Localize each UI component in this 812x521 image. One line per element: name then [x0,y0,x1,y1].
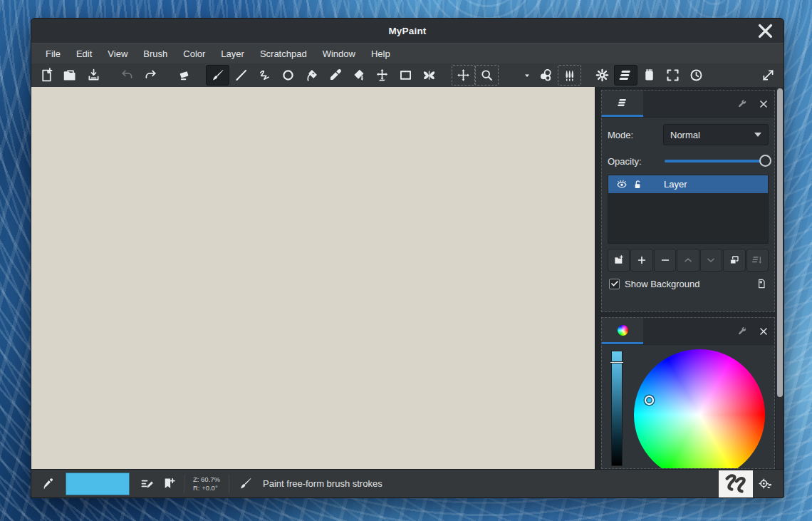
scrollbar-thumb[interactable] [777,88,783,397]
ink-tool-icon [304,68,319,83]
wrench-icon [736,326,748,337]
zoom-view-button[interactable] [475,65,499,86]
color-wheel-rings-button[interactable] [534,65,558,86]
layer-mode-dropdown[interactable]: Normal [663,124,769,145]
brush-target-icon [758,476,773,491]
opacity-label: Opacity: [608,156,663,167]
menu-label: Help [371,48,390,59]
color-picker-button[interactable] [323,65,347,86]
color-panel-tab[interactable] [602,318,643,344]
content-area: Mode: Normal Opacity: [31,87,784,469]
symmetry-button[interactable] [417,65,441,86]
add-bookmark-button[interactable] [157,473,179,495]
lower-layer-icon [705,254,717,266]
brush-groups-button[interactable] [558,65,581,86]
active-tool-button[interactable] [234,473,256,495]
menu-layer[interactable]: Layer [213,43,252,63]
panel-close-button[interactable] [753,318,774,344]
redo-button[interactable] [139,65,162,86]
flood-fill-button[interactable] [347,65,370,86]
fullscreen-icon [665,68,680,83]
brush-preview-thumbnail[interactable] [719,470,753,497]
new-file-button[interactable] [35,65,58,86]
layers-panel-tab[interactable] [602,91,643,117]
menu-window[interactable]: Window [315,43,363,63]
add-layer-button[interactable] [630,249,652,272]
drawing-canvas[interactable] [31,87,595,469]
close-window-button[interactable] [755,19,775,43]
color-panel [601,317,775,469]
menu-scratchpad[interactable]: Scratchpad [252,43,315,63]
layer-row[interactable]: Layer [608,175,768,193]
mode-label: Mode: [608,130,663,140]
history-button[interactable] [685,65,708,86]
menu-label: Window [323,48,355,59]
preferences-button[interactable] [590,65,614,86]
layers-panel: Mode: Normal Opacity: [601,90,775,312]
panel-close-button[interactable] [753,91,774,117]
connected-lines-icon [257,68,272,83]
panel-settings-button[interactable] [732,91,753,117]
lower-layer-button[interactable] [700,249,722,272]
ink-tool-button[interactable] [300,65,323,86]
remove-layer-button[interactable] [654,249,676,272]
color-panel-body [602,345,774,468]
menu-color[interactable]: Color [175,43,213,63]
ellipse-tool-button[interactable] [276,65,300,86]
edit-brush-settings-button[interactable] [136,473,157,495]
opacity-slider[interactable] [663,155,769,167]
open-file-button[interactable] [58,65,82,86]
color-dropper-button[interactable] [38,473,59,495]
lock-open-icon[interactable] [630,179,645,190]
zoom-view-icon [479,68,494,83]
frame-edit-button[interactable] [394,65,417,86]
brush-target-button[interactable] [753,470,777,497]
opacity-slider-knob[interactable] [759,155,771,167]
sidebar-scrollbar[interactable] [775,87,784,469]
menu-file[interactable]: File [38,43,68,63]
fullscreen-button[interactable] [661,65,685,86]
new-layer-group-button[interactable] [608,249,630,272]
background-doc-icon[interactable] [756,278,767,289]
dock-panels: Mode: Normal Opacity: [601,87,775,469]
layers-button[interactable] [614,65,637,86]
duplicate-layer-button[interactable] [723,249,745,272]
freehand-brush-button[interactable] [206,65,229,86]
value-slider-marker[interactable] [610,361,624,363]
undo-button[interactable] [115,65,139,86]
menu-view[interactable]: View [100,43,135,63]
menu-brush[interactable]: Brush [135,43,175,63]
color-panel-header [602,318,774,345]
expand-view-button[interactable] [756,65,780,86]
eye-icon[interactable] [614,179,630,190]
raise-layer-button[interactable] [677,249,699,272]
zoom-readout: Z: 60.7% [193,475,220,483]
save-file-button[interactable] [82,65,105,86]
toolbar [31,63,784,87]
preferences-icon [595,68,610,83]
layer-ops-toolbar [608,249,769,272]
menu-help[interactable]: Help [363,43,398,63]
menu-caret-button[interactable] [520,65,534,86]
move-layer-button[interactable] [370,65,394,86]
titlebar[interactable]: MyPaint [31,19,784,43]
line-tool-button[interactable] [229,65,253,86]
color-picker-icon [328,68,343,83]
hue-saturation-wheel[interactable] [634,349,765,468]
color-selector-ring[interactable] [645,396,654,405]
current-color-swatch[interactable] [66,473,130,495]
connected-lines-button[interactable] [253,65,276,86]
merge-layer-down-button[interactable] [746,249,769,272]
panel-settings-button[interactable] [732,318,753,344]
pan-view-button[interactable] [452,65,475,86]
scratchpad-button[interactable] [637,65,661,86]
value-slider[interactable] [611,351,623,466]
show-background-checkbox[interactable] [609,279,620,289]
history-icon [689,68,704,83]
eraser-icon [177,68,192,83]
edit-brush-settings-icon [140,476,155,491]
menu-edit[interactable]: Edit [68,43,100,63]
eraser-button[interactable] [172,65,196,86]
close-icon [759,327,768,336]
close-icon [758,24,773,38]
